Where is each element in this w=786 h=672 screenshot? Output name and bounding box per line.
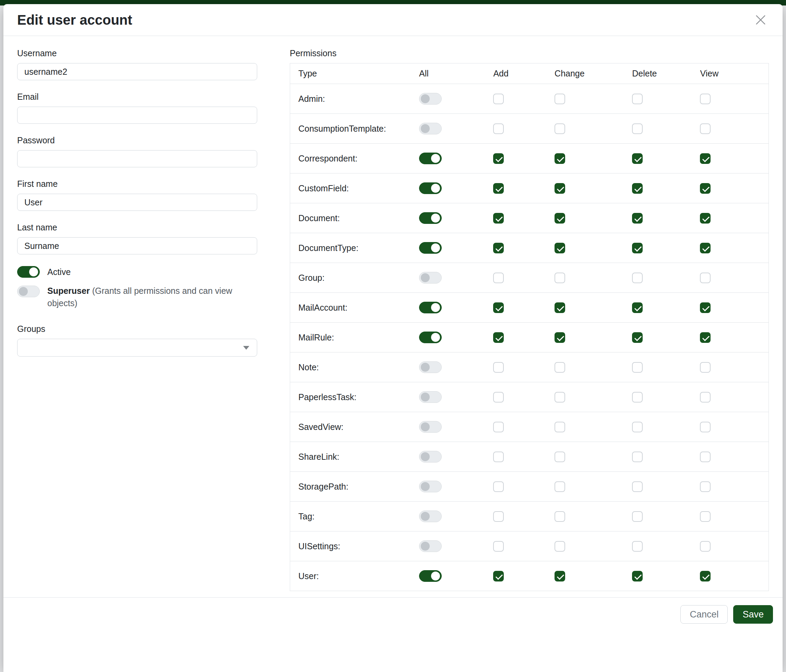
perm-delete-checkbox[interactable] (632, 362, 643, 373)
perm-add-checkbox[interactable] (493, 452, 504, 462)
perm-delete-checkbox[interactable] (632, 541, 643, 552)
active-toggle[interactable] (17, 266, 40, 278)
perm-view-checkbox[interactable] (700, 362, 711, 373)
perm-add-checkbox[interactable] (493, 183, 504, 194)
toggle-knob (421, 542, 430, 551)
perm-delete-checkbox[interactable] (632, 571, 643, 581)
perm-delete-checkbox[interactable] (632, 153, 643, 164)
perm-view-checkbox[interactable] (700, 392, 711, 402)
perm-view-checkbox[interactable] (700, 571, 711, 581)
perm-all-toggle[interactable] (419, 451, 442, 463)
perm-change-checkbox[interactable] (555, 213, 565, 223)
perm-add-checkbox[interactable] (493, 392, 504, 402)
perm-change-checkbox[interactable] (555, 332, 565, 343)
perm-view-checkbox[interactable] (700, 183, 711, 194)
perm-view-checkbox[interactable] (700, 511, 711, 522)
perm-add-checkbox[interactable] (493, 243, 504, 253)
perm-add-checkbox[interactable] (493, 571, 504, 581)
perm-delete-checkbox[interactable] (632, 273, 643, 283)
perm-change-checkbox[interactable] (555, 362, 565, 373)
perm-delete-checkbox[interactable] (632, 422, 643, 432)
perm-delete-checkbox[interactable] (632, 392, 643, 402)
username-field[interactable] (17, 63, 257, 80)
perm-view-checkbox[interactable] (700, 94, 711, 104)
perm-change-checkbox[interactable] (555, 481, 565, 492)
password-field[interactable] (17, 150, 257, 167)
perm-change-checkbox[interactable] (555, 511, 565, 522)
perm-change-checkbox[interactable] (555, 273, 565, 283)
perm-view-checkbox[interactable] (700, 422, 711, 432)
perm-change-checkbox[interactable] (555, 123, 565, 134)
perm-add-checkbox[interactable] (493, 332, 504, 343)
perm-type-label: User: (290, 561, 417, 591)
perm-all-toggle[interactable] (419, 272, 442, 284)
perm-all-toggle[interactable] (419, 152, 442, 164)
perm-add-checkbox[interactable] (493, 422, 504, 432)
perm-add-checkbox[interactable] (493, 362, 504, 373)
perm-add-checkbox[interactable] (493, 213, 504, 223)
perm-all-toggle[interactable] (419, 182, 442, 194)
perm-all-toggle[interactable] (419, 242, 442, 254)
perm-change-checkbox[interactable] (555, 452, 565, 462)
perm-all-toggle[interactable] (419, 391, 442, 403)
perm-all-toggle[interactable] (419, 540, 442, 552)
perm-delete-checkbox[interactable] (632, 213, 643, 223)
perm-add-checkbox[interactable] (493, 541, 504, 552)
perm-all-toggle[interactable] (419, 93, 442, 105)
user-form: Username Email Password First name Last (17, 48, 257, 597)
perm-all-toggle[interactable] (419, 331, 442, 343)
perm-add-checkbox[interactable] (493, 273, 504, 283)
perm-all-toggle[interactable] (419, 302, 442, 313)
perm-change-checkbox[interactable] (555, 422, 565, 432)
perm-change-checkbox[interactable] (555, 153, 565, 164)
last-name-field[interactable] (17, 237, 257, 254)
perm-delete-checkbox[interactable] (632, 332, 643, 343)
perm-add-checkbox[interactable] (493, 94, 504, 104)
perm-view-checkbox[interactable] (700, 541, 711, 552)
perm-view-checkbox[interactable] (700, 243, 711, 253)
perm-delete-checkbox[interactable] (632, 302, 643, 313)
perm-change-checkbox[interactable] (555, 94, 565, 104)
email-field[interactable] (17, 107, 257, 124)
perm-view-checkbox[interactable] (700, 332, 711, 343)
perm-view-checkbox[interactable] (700, 302, 711, 313)
close-button[interactable] (752, 12, 769, 28)
perm-add-checkbox[interactable] (493, 302, 504, 313)
perm-delete-checkbox[interactable] (632, 511, 643, 522)
save-button[interactable]: Save (733, 605, 773, 624)
perm-add-checkbox[interactable] (493, 511, 504, 522)
perm-change-checkbox[interactable] (555, 183, 565, 194)
perm-view-checkbox[interactable] (700, 273, 711, 283)
perm-type-label: MailRule: (290, 323, 417, 352)
perm-all-toggle[interactable] (419, 212, 442, 224)
perm-view-checkbox[interactable] (700, 123, 711, 134)
perm-delete-checkbox[interactable] (632, 452, 643, 462)
perm-delete-checkbox[interactable] (632, 243, 643, 253)
perm-change-checkbox[interactable] (555, 392, 565, 402)
perm-view-checkbox[interactable] (700, 213, 711, 223)
perm-change-checkbox[interactable] (555, 541, 565, 552)
perm-all-toggle[interactable] (419, 361, 442, 373)
perm-delete-checkbox[interactable] (632, 123, 643, 134)
perm-change-checkbox[interactable] (555, 571, 565, 581)
perm-all-toggle[interactable] (419, 570, 442, 582)
perm-view-checkbox[interactable] (700, 153, 711, 164)
cancel-button[interactable]: Cancel (681, 605, 728, 624)
perm-all-toggle[interactable] (419, 510, 442, 522)
perm-delete-checkbox[interactable] (632, 481, 643, 492)
perm-add-checkbox[interactable] (493, 123, 504, 134)
perm-delete-checkbox[interactable] (632, 94, 643, 104)
groups-select[interactable] (17, 339, 257, 356)
perm-add-checkbox[interactable] (493, 153, 504, 164)
perm-change-checkbox[interactable] (555, 243, 565, 253)
superuser-toggle[interactable] (17, 286, 40, 297)
perm-delete-checkbox[interactable] (632, 183, 643, 194)
perm-view-checkbox[interactable] (700, 452, 711, 462)
perm-all-toggle[interactable] (419, 123, 442, 134)
perm-all-toggle[interactable] (419, 481, 442, 492)
perm-all-toggle[interactable] (419, 421, 442, 433)
perm-change-checkbox[interactable] (555, 302, 565, 313)
perm-add-checkbox[interactable] (493, 481, 504, 492)
perm-view-checkbox[interactable] (700, 481, 711, 492)
first-name-field[interactable] (17, 194, 257, 211)
